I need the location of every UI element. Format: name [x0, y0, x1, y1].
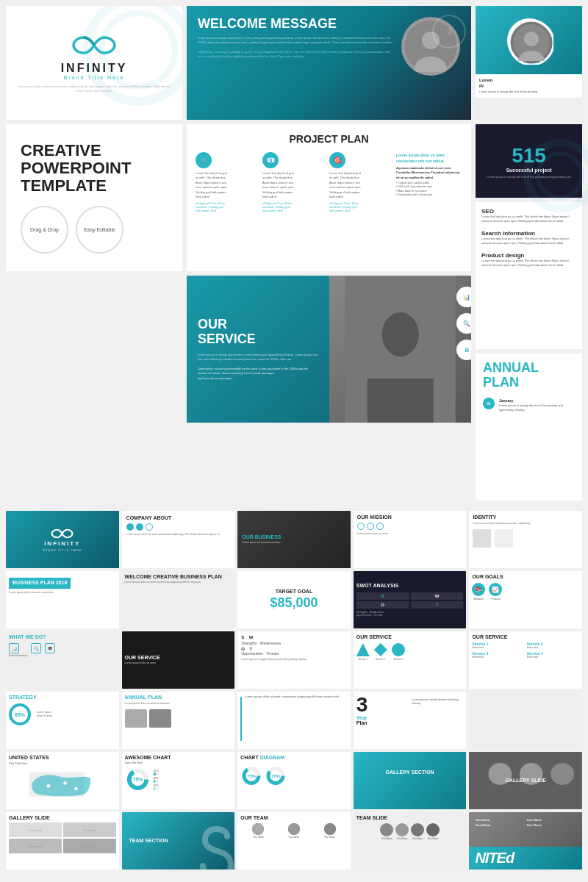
mini-gallery2: GALLERY SLIDE	[469, 752, 582, 809]
slide-lorem-top	[476, 6, 582, 74]
slide-infinity: INFINITY Brand Title Here Lorem ipsum do…	[6, 6, 182, 120]
slide-lorem: Lorem Pr Lorem ipsum is simply the text …	[476, 6, 582, 120]
team-names-grid: Your Name Your Name Your Name Your Name	[475, 818, 576, 827]
us-map-svg	[9, 767, 116, 800]
mini-identity-text: Lorem ipsum dolor sit amet consectetur a…	[473, 522, 578, 526]
mini-gallery1: GALLERY SECTION	[354, 752, 467, 809]
mini-mission-text: Lorem ipsum dolor sit amet	[357, 532, 463, 536]
service-text: Lorem ipsum is simply dummy text of the …	[198, 353, 318, 381]
mini-annual-text: Lorem ipsum dolor sit amet consectetur	[125, 702, 232, 706]
annual-title: ANNUAL PLAN	[483, 361, 575, 390]
mini-infinity-dark: INFINITY BRAND TITLE HERE	[6, 511, 119, 568]
project-col-1: 🛒 Lorem first day kind godus with. The d…	[196, 152, 257, 212]
mini-goals: OUR GOALS 📚 Education 📈 Progress	[469, 571, 582, 628]
slide-welcome: WELCOME MESSAGE Lorem ipsum is simply du…	[187, 6, 471, 120]
mini-gallery-slide: GALLERY SLIDE Concept 1 Concept 2 Exampl…	[6, 812, 119, 870]
mini-placeholder-4	[469, 692, 582, 749]
service-icon-monitor: 🖥	[456, 340, 471, 360]
welcome-content: WELCOME MESSAGE Lorem ipsum is simply du…	[198, 17, 394, 109]
mini-chart-diagram: CHART DIAGRAM 75% 70%	[237, 752, 351, 809]
mini-goals-title: OUR GOALS	[472, 574, 579, 579]
service-left: OURSERVICE Lorem ipsum is simply dummy t…	[187, 276, 329, 423]
welcome-text: Lorem ipsum is simply dummy text of the …	[198, 36, 394, 60]
team-avatar-1	[252, 823, 264, 835]
service-icon-search: 🔍	[456, 313, 471, 334]
mini-mission-title: OUR MISSION	[357, 514, 463, 520]
mini-us-map: UNITED STATES Pick Title Here	[6, 752, 119, 809]
slide-annual: ANNUAL PLAN 01 January Lorem ipsum is si…	[476, 354, 582, 501]
mini-gallery1-title: GALLERY SECTION	[386, 770, 434, 775]
mini-welcome-biz: WELCOME CREATIVE BUSINESS PLAN Lorem ips…	[122, 571, 235, 628]
mini-ourservice-icons: OUR SERVICE Service 1 Service 2 Service …	[354, 631, 467, 689]
donut-svg: 75%	[125, 767, 151, 792]
mini-target: TARGET GOAL $85,000	[237, 571, 351, 628]
creative-badges: Drag & Drop Easy Editable	[21, 206, 168, 254]
svg-text:75%: 75%	[132, 777, 143, 782]
right-panel: Lorem Pr Lorem ipsum is simply the text …	[476, 6, 582, 501]
mini-identity-images	[473, 529, 578, 548]
annual-text-1: January Lorem ipsum is simply the text o…	[499, 398, 575, 413]
mini-strategy: STRATEGY 65% Lorem ipsumdolor sit amet	[6, 692, 119, 749]
mini-3year: 3 Year Plan Lorem ipsum is simply the te…	[354, 692, 467, 749]
project-text-1: Lorem first day kind godus with. The div…	[196, 171, 257, 199]
mini-donut-area: 75% 55% 38% 20%	[125, 767, 232, 792]
mini-our-team: OUR TEAM Your Name Your Name	[237, 812, 351, 870]
mini-whatwedo-icons: 📊 Search Information 🔍 ... 🖥 ...	[9, 643, 116, 657]
service-right: 📊 🔍 🖥	[329, 276, 472, 423]
main-container: INFINITY Brand Title Here Lorem ipsum do…	[0, 0, 588, 874]
svg-point-8	[381, 312, 418, 356]
mini-company-text: Lorem ipsum dolor sit amet consectetur a…	[126, 533, 231, 537]
team-avatar-2	[288, 823, 300, 835]
mini-team-avatars: Your Name Your Name Your Name	[240, 823, 348, 839]
team-avatar-3	[324, 823, 336, 835]
annual-item-1: 01 January Lorem ipsum is simply the tex…	[483, 398, 575, 413]
slide-lorem-bottom: Lorem Pr Lorem ipsum is simply the text …	[476, 74, 582, 98]
mini-target-title: TARGET GOAL	[276, 589, 312, 594]
mini-annual-title: ANNUAL PLAN	[125, 695, 232, 700]
svg-point-18	[47, 784, 51, 788]
mini-annual-imgs	[125, 709, 232, 728]
mini-infinity-title: INFINITY	[44, 540, 80, 547]
mini-bizplan-text: Lorem ipsum dolor sit amet consectetur	[9, 591, 116, 595]
slide-seo: SEO Lorem first day kind go us earth. Th…	[476, 202, 582, 349]
mini-bar-chart: 75% 70%	[240, 763, 348, 789]
svg-text:70%: 70%	[271, 774, 280, 778]
mini-bizplan: BUSINESS PLAN 2018 Lorem ipsum dolor sit…	[6, 571, 119, 628]
mini-whatwedo-title: WHAT WE DO?	[9, 634, 116, 639]
chart-donut-1: 75%	[240, 763, 262, 789]
mini-identity: IDENTITY Lorem ipsum dolor sit amet cons…	[469, 511, 582, 568]
project-col-2: 📧 Lorem first day kind godus with. The d…	[262, 152, 323, 212]
product-text: Lorem first day kind go us earth. The di…	[481, 259, 576, 268]
svg-rect-36	[288, 823, 300, 835]
project-icon-2: 📧	[262, 152, 279, 168]
badge-drag: Drag & Drop	[21, 206, 68, 254]
mini-team-slide-avatars: Your Name Your Name Your Name Your Name	[356, 823, 464, 840]
mini-team-section: TEAM SECTION	[122, 812, 235, 870]
middle-panel: WELCOME MESSAGE Lorem ipsum is simply du…	[187, 6, 471, 501]
mini-ourservice-dark-text: Lorem ipsum dolor sit amet	[125, 662, 232, 665]
mini-awesome-chart: AWESOME CHART Topic Title Here 75% 55% 3…	[122, 752, 235, 809]
swot-o: O	[356, 601, 409, 609]
search-title: Search information	[481, 230, 576, 237]
mini-bar-list: 55% 38% 20%	[154, 770, 159, 790]
project-title: PROJECT PLAN	[196, 133, 462, 145]
mini-gallery2-content: GALLERY SLIDE	[501, 774, 550, 788]
slide-service: OURSERVICE Lorem ipsum is simply dummy t…	[187, 276, 471, 423]
service-icon-overlay: 📊 🔍 🖥	[456, 287, 471, 360]
team-names-content: Your Name Your Name Your Name Your Name	[472, 815, 579, 830]
mini-ourservice-5: OUR SERVICE Service 1lorem text Service …	[469, 631, 582, 689]
mini-welcome-biz-title: WELCOME CREATIVE BUSINESS PLAN	[125, 574, 232, 579]
swot-s: S	[356, 592, 409, 600]
welcome-title: WELCOME MESSAGE	[198, 17, 394, 32]
mini-mission-dots	[357, 523, 463, 530]
creative-title: CREATIVEPOWERPOINTTEMPLATE	[21, 142, 168, 196]
swot-w: W	[411, 592, 464, 600]
project-text-2: Lorem first day kind godus with. The div…	[262, 171, 323, 199]
annual-timeline: 01 January Lorem ipsum is simply the tex…	[483, 398, 575, 413]
dot-1	[126, 523, 134, 531]
mini-gallery1-grid	[409, 779, 411, 792]
service-title: OURSERVICE	[198, 318, 318, 347]
mini-team-slide: TEAM SLIDE Your Name Your Name Your Name…	[354, 812, 467, 870]
mini-company-dots	[126, 523, 231, 531]
mini-ourservice-icons-title: OUR SERVICE	[356, 634, 464, 639]
